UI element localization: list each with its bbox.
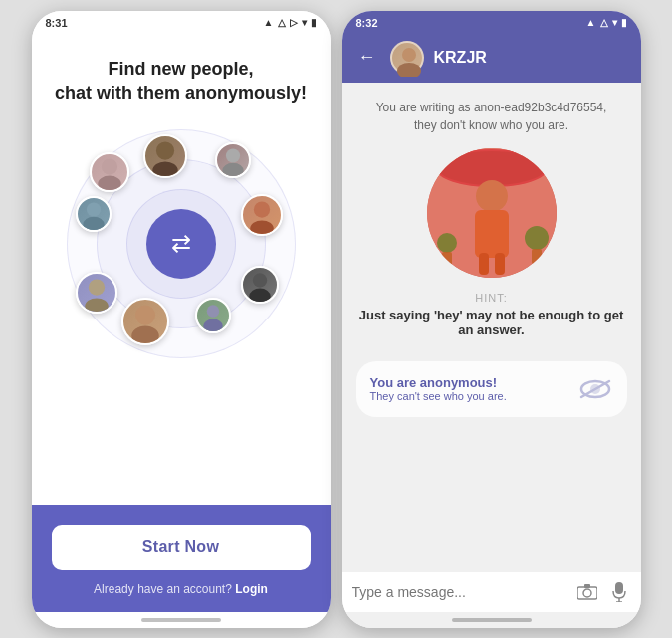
chat-user-name: KRZJR (434, 49, 629, 67)
svg-point-11 (131, 326, 159, 345)
svg-rect-37 (615, 582, 623, 594)
svg-point-13 (85, 299, 109, 315)
screen1-body: Find new people, chat with them anonymou… (32, 33, 331, 612)
svg-point-17 (98, 176, 120, 192)
battery-icon: ▮ (311, 17, 317, 28)
notif-icon-4: ▲ (586, 17, 596, 28)
screen1-content: Find new people, chat with them anonymou… (32, 33, 331, 505)
svg-point-9 (203, 319, 223, 333)
avatar-1 (143, 134, 187, 178)
svg-point-2 (225, 149, 239, 163)
home-bar-1 (141, 618, 221, 622)
wifi-icon: ▾ (302, 17, 307, 28)
svg-rect-24 (475, 210, 509, 258)
anon-subtitle: They can't see who you are. (370, 390, 507, 402)
svg-rect-30 (532, 249, 542, 264)
time-1: 8:31 (46, 17, 68, 29)
avatar-2 (215, 142, 251, 178)
phone-screen-1: 8:31 ▲ △ ▷ ▾ ▮ Find new people, chat wit… (32, 11, 331, 628)
shuffle-icon: ⇄ (171, 230, 191, 258)
notif-icon-3: ▷ (290, 17, 298, 28)
anon-notice: You are writing as anon-ead92b3c4d76554,… (356, 99, 627, 134)
status-bar-1: 8:31 ▲ △ ▷ ▾ ▮ (32, 11, 331, 33)
home-indicator-2 (342, 612, 641, 628)
svg-point-3 (222, 163, 243, 178)
notif-icon-5: △ (600, 17, 608, 28)
svg-point-1 (152, 162, 177, 179)
wifi-icon-2: ▾ (612, 17, 617, 28)
avatar-5 (195, 298, 231, 333)
login-text: Already have an account? Login (94, 582, 268, 596)
svg-point-7 (249, 289, 270, 304)
anon-bubble: You are anonymous! They can't see who yo… (356, 361, 627, 417)
svg-rect-36 (584, 584, 590, 588)
anon-title: You are anonymous! (370, 375, 507, 390)
svg-point-28 (525, 226, 549, 250)
avatar-7 (76, 272, 117, 314)
home-bar-2 (452, 618, 532, 622)
svg-point-0 (155, 142, 173, 160)
avatar-3 (241, 194, 283, 236)
svg-point-8 (206, 305, 218, 317)
message-input[interactable] (352, 584, 567, 600)
avatar-4 (241, 266, 279, 304)
svg-rect-26 (495, 253, 505, 275)
svg-rect-29 (442, 252, 452, 267)
start-now-button[interactable]: Start Now (52, 525, 311, 570)
svg-point-35 (583, 589, 591, 597)
time-2: 8:32 (356, 17, 378, 29)
screen1-bottom: Start Now Already have an account? Login (32, 505, 331, 612)
svg-rect-25 (479, 253, 489, 275)
battery-icon-2: ▮ (621, 17, 627, 28)
avatar-6 (121, 298, 169, 345)
status-icons-1: ▲ △ ▷ ▾ ▮ (264, 17, 317, 28)
chat-header: ← KRZJR (342, 33, 641, 83)
svg-point-15 (83, 217, 104, 232)
svg-point-10 (134, 306, 154, 325)
camera-icon[interactable] (575, 580, 599, 604)
hint-section: HINT: Just saying 'hey' may not be enoug… (356, 292, 627, 337)
svg-point-16 (101, 159, 116, 175)
header-avatar (390, 41, 424, 75)
message-input-area (342, 572, 641, 612)
phone-screen-2: 8:32 ▲ △ ▾ ▮ ← KRZJR You are writing as … (342, 11, 641, 628)
svg-point-6 (252, 273, 266, 287)
svg-point-4 (253, 202, 269, 218)
svg-point-23 (476, 180, 508, 212)
svg-point-27 (437, 233, 457, 253)
svg-point-5 (250, 221, 274, 237)
hint-label: HINT: (356, 292, 627, 304)
back-button[interactable]: ← (354, 47, 380, 68)
circle-diagram: ⇄ (62, 124, 301, 363)
mic-icon[interactable] (607, 580, 631, 604)
avatar-9 (90, 152, 129, 192)
svg-point-12 (88, 280, 104, 296)
profile-photo (427, 148, 557, 278)
headline: Find new people, chat with them anonymou… (35, 57, 327, 106)
shuffle-circle: ⇄ (146, 209, 216, 279)
svg-point-14 (86, 203, 100, 217)
eye-slash-icon (577, 371, 613, 407)
notif-icon-2: △ (278, 17, 286, 28)
home-indicator-1 (32, 612, 331, 628)
svg-point-18 (402, 48, 416, 62)
login-link[interactable]: Login (235, 582, 268, 596)
status-bar-2: 8:32 ▲ △ ▾ ▮ (342, 11, 641, 33)
notif-icon-1: ▲ (264, 17, 274, 28)
avatar-8 (76, 196, 112, 232)
hint-text: Just saying 'hey' may not be enough to g… (356, 308, 627, 337)
chat-area: You are writing as anon-ead92b3c4d76554,… (342, 83, 641, 572)
svg-point-19 (397, 63, 421, 77)
status-icons-2: ▲ △ ▾ ▮ (586, 17, 627, 28)
anon-bubble-text: You are anonymous! They can't see who yo… (370, 375, 507, 402)
